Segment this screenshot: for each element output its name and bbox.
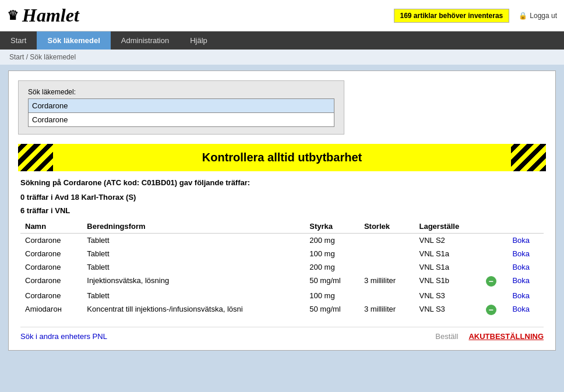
- boka-button[interactable]: Boka: [512, 249, 530, 258]
- logo-text: Hamlet: [22, 5, 79, 26]
- main-content: Sök läkemedel: Cordarone Kontrollera all…: [8, 70, 556, 351]
- nav-item-hjalp[interactable]: Hjälp: [179, 31, 218, 50]
- col-styrka: Styrka: [305, 220, 359, 234]
- bestall-label: Beställ: [435, 332, 458, 341]
- pnl-link[interactable]: Sök i andra enheters PNL: [20, 332, 107, 341]
- nav-bar: Start Sök läkemedel Administration Hjälp: [0, 31, 564, 50]
- table-row: CordaroneTablett100 mgVNL S3Boka: [20, 289, 544, 302]
- cell-boka: Boka: [507, 247, 544, 260]
- breadcrumb: Start / Sök läkemedel: [0, 50, 564, 65]
- nav-item-sok-lakemedel[interactable]: Sök läkemedel: [37, 31, 110, 50]
- boka-button[interactable]: Boka: [512, 236, 530, 245]
- cell-storlek: 3 milliliter: [359, 274, 415, 289]
- breadcrumb-start[interactable]: Start: [9, 53, 24, 61]
- cell-storlek: [359, 289, 415, 302]
- cell-boka: Boka: [507, 289, 544, 302]
- cell-boka: Boka: [507, 274, 544, 289]
- cell-lagerstalle: VNL S3: [414, 289, 481, 302]
- cell-boka: Boka: [507, 234, 544, 248]
- search-input[interactable]: [28, 98, 334, 113]
- nav-item-start[interactable]: Start: [0, 31, 37, 50]
- cell-lagerstalle: VNL S1a: [414, 247, 481, 260]
- notification-box: 169 artiklar behöver inventeras: [394, 9, 510, 23]
- footer-right: Beställ AKUTBESTÄLLNING: [435, 332, 544, 341]
- cell-boka: Boka: [507, 302, 544, 317]
- col-storlek: Storlek: [359, 220, 415, 234]
- cell-lagerstalle: VNL S2: [414, 234, 481, 248]
- cell-lagerstalle: VNL S1a: [414, 260, 481, 274]
- cell-namn: Cordarone: [20, 274, 82, 289]
- col-boka: [507, 220, 544, 234]
- cell-lagerstalle: VNL S3: [414, 302, 481, 317]
- search-area: Sök läkemedel: Cordarone: [18, 80, 344, 135]
- cell-beredningsform: Injektionsvätska, lösning: [82, 274, 305, 289]
- boka-button[interactable]: Boka: [512, 305, 530, 313]
- cell-lagerstalle: VNL S1b: [414, 274, 481, 289]
- results-section: Sökning på Cordarone (ATC kod: C01BD01) …: [18, 178, 546, 341]
- boka-button[interactable]: Boka: [512, 276, 530, 285]
- cell-namn: Cordarone: [20, 234, 82, 248]
- cell-storlek: 3 milliliter: [359, 302, 415, 317]
- cell-boka: Boka: [507, 260, 544, 274]
- nav-item-administration[interactable]: Administration: [111, 31, 179, 50]
- table-row: CordaroneInjektionsvätska, lösning50 mg/…: [20, 274, 544, 289]
- cell-namn: Cordarone: [20, 260, 82, 274]
- vnl-hits-label: 6 träffar i VNL: [20, 206, 544, 215]
- cell-styrka: 200 mg: [305, 234, 359, 248]
- cell-storlek: [359, 234, 415, 248]
- logout-label: Logga ut: [530, 12, 557, 20]
- logout-button[interactable]: 🔒 Logga ut: [519, 12, 557, 20]
- top-right: 169 artiklar behöver inventeras 🔒 Logga …: [394, 9, 557, 23]
- warning-text: Kontrollera alltid utbytbarhet: [202, 151, 362, 164]
- cell-beredningsform: Koncentrat till injektions-/infusionsvät…: [82, 302, 305, 317]
- cell-namn: Cordarone: [20, 247, 82, 260]
- boka-button[interactable]: Boka: [512, 291, 530, 300]
- avd-hits-label: 0 träffar i Avd 18 Karl-Thorax (S): [20, 193, 544, 202]
- lock-icon: 🔒: [519, 12, 527, 20]
- boka-button[interactable]: Boka: [512, 263, 530, 271]
- cell-icon: [481, 274, 508, 289]
- top-bar: ♛ Hamlet 169 artiklar behöver inventeras…: [0, 0, 564, 31]
- table-row: CordaroneTablett200 mgVNL S1aBoka: [20, 260, 544, 274]
- col-namn: Namn: [20, 220, 82, 234]
- col-lagerstalle: Lagerställe: [414, 220, 481, 234]
- cell-styrka: 50 mg/ml: [305, 302, 359, 317]
- cell-beredningsform: Tablett: [82, 234, 305, 248]
- table-row: CordaroneTablett200 mgVNL S2Boka: [20, 234, 544, 248]
- warning-banner: Kontrollera alltid utbytbarhet: [18, 144, 546, 171]
- search-description: Sökning på Cordarone (ATC kod: C01BD01) …: [20, 178, 544, 187]
- cell-styrka: 200 mg: [305, 260, 359, 274]
- col-icon: [481, 220, 508, 234]
- results-table: Namn Beredningsform Styrka Storlek Lager…: [20, 220, 544, 317]
- cell-icon: [481, 234, 508, 248]
- akut-bestallning-link[interactable]: AKUTBESTÄLLNING: [468, 332, 544, 341]
- cell-styrka: 50 mg/ml: [305, 274, 359, 289]
- logo: ♛ Hamlet: [7, 5, 79, 26]
- cell-styrka: 100 mg: [305, 247, 359, 260]
- green-availability-icon: [486, 305, 496, 315]
- table-row: CordaroneTablett100 mgVNL S1aBoka: [20, 247, 544, 260]
- col-beredningsform: Beredningsform: [82, 220, 305, 234]
- cell-icon: [481, 302, 508, 317]
- cell-icon: [481, 289, 508, 302]
- breadcrumb-current: Sök läkemedel: [30, 53, 76, 61]
- table-row: AmiodarонKoncentrat till injektions-/inf…: [20, 302, 544, 317]
- cell-icon: [481, 260, 508, 274]
- cell-beredningsform: Tablett: [82, 247, 305, 260]
- search-label: Sök läkemedel:: [28, 88, 334, 96]
- cell-beredningsform: Tablett: [82, 260, 305, 274]
- green-availability-icon: [486, 276, 496, 287]
- search-dropdown-option[interactable]: Cordarone: [28, 113, 334, 127]
- footer-links: Sök i andra enheters PNL Beställ AKUTBES…: [20, 327, 544, 341]
- cell-icon: [481, 247, 508, 260]
- cell-storlek: [359, 260, 415, 274]
- crown-icon: ♛: [7, 8, 19, 23]
- cell-namn: Amiodarон: [20, 302, 82, 317]
- cell-styrka: 100 mg: [305, 289, 359, 302]
- cell-beredningsform: Tablett: [82, 289, 305, 302]
- cell-storlek: [359, 247, 415, 260]
- cell-namn: Cordarone: [20, 289, 82, 302]
